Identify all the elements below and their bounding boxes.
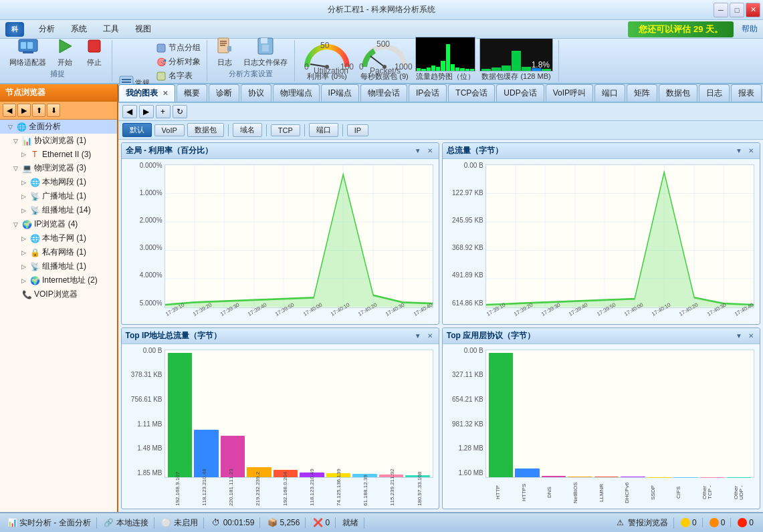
sidebar-item-local-segment[interactable]: ▷ 🌐 本地网段 (1) xyxy=(0,175,117,189)
name-table-button[interactable]: 名字表 xyxy=(154,70,203,82)
sidebar-toolbar: ◀ ▶ ⬆ ⬇ xyxy=(0,102,117,120)
sidebar-item-multicast[interactable]: ▷ 📡 组播地址 (14) xyxy=(0,203,117,217)
chart-ip-dropdown[interactable]: ▼ xyxy=(413,331,423,340)
bar-ip-0 xyxy=(168,353,193,478)
bx-ip-6: 74.125.136.139 xyxy=(336,479,342,506)
py-label-2: 654.21 KB xyxy=(445,396,485,403)
packets-label: 每秒数据包 (9) xyxy=(360,72,409,82)
sidebar-btn-3[interactable]: ⬆ xyxy=(32,104,45,117)
log-button[interactable]: 日志 xyxy=(211,34,238,69)
internet-addr-label: Internet地址 (2) xyxy=(42,275,98,286)
network-adapter-button[interactable]: 网络适配器 xyxy=(7,34,49,69)
filter-domain[interactable]: 域名 xyxy=(233,123,262,137)
tab-diagnose[interactable]: 诊断 xyxy=(209,84,239,102)
sidebar-item-physical-browser[interactable]: ▽ 💻 物理浏览器 (3) xyxy=(0,161,117,175)
sub-btn-forward[interactable]: ▶ xyxy=(139,105,154,118)
filter-voip[interactable]: VoIP xyxy=(154,124,185,136)
sidebar-item-protocol-browser[interactable]: ▽ 📊 协议浏览器 (1) xyxy=(0,134,117,148)
tab-ip-node[interactable]: IP端点 xyxy=(321,84,359,102)
tab-port[interactable]: 端口 xyxy=(594,84,625,102)
chart-proto-close[interactable]: ✕ xyxy=(746,331,756,340)
traffic-bar xyxy=(451,64,455,71)
tab-matrix[interactable]: 矩阵 xyxy=(627,84,657,102)
status-alarm[interactable]: ⚠ 警报浏览器 xyxy=(613,517,674,529)
help-button[interactable]: 帮助 xyxy=(742,23,758,35)
bar-proto-5 xyxy=(621,477,645,477)
physical-browser-label: 物理浏览器 (3) xyxy=(34,162,86,174)
close-button[interactable]: ✕ xyxy=(746,3,760,17)
tab-report[interactable]: 报表 xyxy=(731,84,762,102)
chart-traffic-dropdown[interactable]: ▼ xyxy=(734,146,744,156)
sidebar-item-multicast-ip[interactable]: ▷ 📡 组播地址 (1) xyxy=(0,259,117,273)
tab-physical-chat[interactable]: 物理会话 xyxy=(360,84,407,102)
chart-proto-dropdown[interactable]: ▼ xyxy=(734,331,744,340)
chart-utilization-close[interactable]: ✕ xyxy=(425,146,435,156)
sidebar-btn-1[interactable]: ◀ xyxy=(3,104,16,117)
tab-close-my-chart[interactable]: ✕ xyxy=(162,90,168,97)
log-icon xyxy=(214,35,235,57)
chart-traffic-title: 总流量（字节） xyxy=(447,145,503,156)
iy-label-2: 756.61 KB xyxy=(124,396,165,403)
filter-default[interactable]: 默认 xyxy=(122,123,152,137)
ip-y-axis: 1.85 MB 1.48 MB 1.11 MB 756.61 KB 378.31… xyxy=(124,347,165,479)
node-group-button[interactable]: 节点分组 xyxy=(154,41,203,54)
sidebar-item-full-analysis[interactable]: ▽ 🌐 全面分析 xyxy=(0,120,117,134)
sidebar-btn-2[interactable]: ▶ xyxy=(17,104,31,117)
sidebar-item-ip-browser[interactable]: ▽ 🌍 IP浏览器 (4) xyxy=(0,217,117,231)
stop-icon xyxy=(84,35,105,57)
sidebar-item-voip-browser[interactable]: 📞 VOIP浏览器 xyxy=(0,287,117,301)
tab-voip-call[interactable]: VoIP呼叫 xyxy=(546,84,593,102)
tab-overview[interactable]: 概要 xyxy=(177,84,207,102)
restore-button[interactable]: □ xyxy=(730,3,744,17)
time-icon: ⏱ xyxy=(211,517,221,528)
analysis-target-button[interactable]: 🎯 分析对象 xyxy=(154,55,203,68)
sidebar-item-broadcast[interactable]: ▷ 📡 广播地址 (1) xyxy=(0,189,117,203)
sub-btn-back[interactable]: ◀ xyxy=(122,105,137,118)
svg-rect-16 xyxy=(227,46,231,51)
utilization-y-axis: 5.000% 4.000% 3.000% 2.000% 1.000% 0.000… xyxy=(124,162,165,308)
stop-button[interactable]: 停止 xyxy=(81,34,108,69)
iy-label-3: 1.11 MB xyxy=(124,420,165,428)
sidebar-item-private-net[interactable]: ▷ 🔒 私有网络 (1) xyxy=(0,245,117,259)
filter-bar: 默认 VoIP 数据包 域名 TCP 端口 IP xyxy=(118,121,763,140)
filter-tcp[interactable]: TCP xyxy=(271,124,300,136)
filter-ip[interactable]: IP xyxy=(347,124,368,136)
sub-btn-refresh[interactable]: ↻ xyxy=(173,105,187,118)
iy-label-4: 1.48 MB xyxy=(124,444,165,452)
traffic-bar xyxy=(436,67,440,71)
y-label-4: 4.000% xyxy=(124,271,165,279)
filter-port[interactable]: 端口 xyxy=(309,123,338,137)
bx-ip-4: 192.168.0.204 xyxy=(283,479,288,506)
tab-ip-chat[interactable]: IP会话 xyxy=(409,84,447,102)
tab-log[interactable]: 日志 xyxy=(699,84,730,102)
svg-text:500: 500 xyxy=(376,39,390,49)
tab-tcp-chat[interactable]: TCP会话 xyxy=(448,84,495,102)
minimize-button[interactable]: ─ xyxy=(714,3,728,17)
svg-rect-11 xyxy=(157,72,165,80)
tab-udp-chat[interactable]: UDP会话 xyxy=(496,84,544,102)
chart-traffic-close[interactable]: ✕ xyxy=(746,146,756,156)
chart-ip-close[interactable]: ✕ xyxy=(425,331,435,340)
tab-my-chart[interactable]: 我的图表 ✕ xyxy=(118,84,175,102)
sidebar-item-internet-addr[interactable]: ▷ 🌍 Internet地址 (2) xyxy=(0,273,117,287)
tab-protocol[interactable]: 协议 xyxy=(241,84,271,102)
sub-btn-add[interactable]: + xyxy=(156,105,171,118)
chart-ip-body: 1.85 MB 1.48 MB 1.11 MB 756.61 KB 378.31… xyxy=(122,344,439,509)
realtime-label: 实时分析 - 全面分析 xyxy=(19,517,91,529)
storage-pct: 1.8% xyxy=(532,60,550,70)
menu-view[interactable]: 视图 xyxy=(128,21,158,37)
filter-data-pkg[interactable]: 数据包 xyxy=(187,123,224,137)
sidebar-item-local-net[interactable]: ▷ 🌐 本地子网 (1) xyxy=(0,231,117,245)
toolbar-group-analysis: 日志 日志文件保存 分析方案设置 xyxy=(207,40,295,82)
log-save-button[interactable]: 日志文件保存 xyxy=(241,34,290,69)
start-button[interactable]: 开始 xyxy=(51,34,78,69)
tab-physical-node[interactable]: 物理端点 xyxy=(273,84,320,102)
sidebar-btn-4[interactable]: ⬇ xyxy=(47,104,60,117)
sidebar-item-ethernet[interactable]: ▷ T Ethernet II (3) xyxy=(0,148,117,161)
gauges: 0 50 100 Utilization 利用率 (0%) 0 500 1000… xyxy=(295,40,559,82)
title-bar: 分析工程1 - 科来网络分析系统 ─ □ ✕ xyxy=(0,0,763,20)
chart-utilization-dropdown[interactable]: ▼ xyxy=(413,146,423,156)
tab-data-pkg[interactable]: 数据包 xyxy=(659,84,697,102)
cnt3-label: 0 xyxy=(749,518,754,527)
status-connection[interactable]: 🔗 本地连接 xyxy=(101,517,154,529)
